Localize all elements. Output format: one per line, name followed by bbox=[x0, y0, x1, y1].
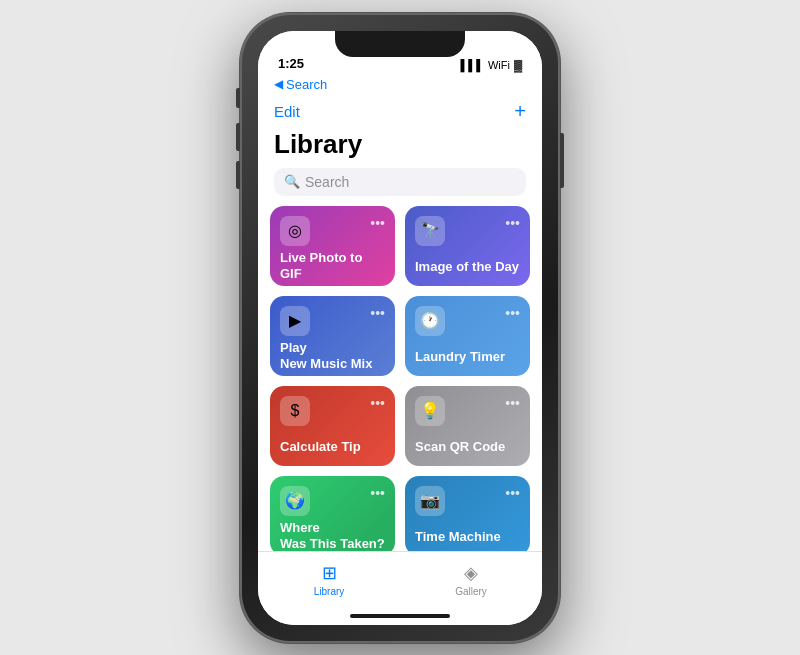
card-top-time-machine: 📷 ••• bbox=[415, 486, 520, 516]
card-icon-live-photo: ◎ bbox=[280, 216, 310, 246]
phone-screen: 1:25 ▌▌▌ WiFi ▓ ◀ Search Edit + Library bbox=[258, 31, 542, 625]
back-arrow-icon: ◀ bbox=[274, 77, 283, 91]
battery-icon: ▓ bbox=[514, 59, 522, 71]
card-label-calculate-tip: Calculate Tip bbox=[280, 439, 385, 456]
shortcut-card-scan-qr[interactable]: 💡 ••• Scan QR Code bbox=[405, 386, 530, 466]
tab-gallery[interactable]: ◈ Gallery bbox=[400, 562, 542, 597]
card-icon-image-of-day: 🔭 bbox=[415, 216, 445, 246]
power-button bbox=[560, 133, 564, 188]
shortcut-card-live-photo[interactable]: ◎ ••• Live Photo to GIF bbox=[270, 206, 395, 286]
back-label: Search bbox=[286, 77, 327, 92]
card-label-image-of-day: Image of the Day bbox=[415, 259, 520, 276]
edit-button[interactable]: Edit bbox=[274, 103, 300, 120]
shortcuts-grid: ◎ ••• Live Photo to GIF 🔭 ••• Image of t… bbox=[258, 206, 542, 551]
card-icon-where-taken: 🌍 bbox=[280, 486, 310, 516]
card-more-calculate-tip[interactable]: ••• bbox=[370, 396, 385, 410]
tab-label-library: Library bbox=[314, 586, 345, 597]
status-icons: ▌▌▌ WiFi ▓ bbox=[461, 59, 522, 71]
silent-switch bbox=[236, 88, 240, 108]
card-label-time-machine: Time Machine bbox=[415, 529, 520, 546]
card-icon-scan-qr: 💡 bbox=[415, 396, 445, 426]
search-bar[interactable]: 🔍 Search bbox=[274, 168, 526, 196]
shortcut-card-laundry-timer[interactable]: 🕐 ••• Laundry Timer bbox=[405, 296, 530, 376]
back-navigation[interactable]: ◀ Search bbox=[258, 75, 542, 96]
card-more-play-music[interactable]: ••• bbox=[370, 306, 385, 320]
status-time: 1:25 bbox=[278, 56, 304, 71]
card-more-scan-qr[interactable]: ••• bbox=[505, 396, 520, 410]
card-label-where-taken: WhereWas This Taken? bbox=[280, 520, 385, 551]
notch bbox=[335, 31, 465, 57]
card-icon-play-music: ▶ bbox=[280, 306, 310, 336]
card-top-calculate-tip: $ ••• bbox=[280, 396, 385, 426]
card-label-live-photo: Live Photo to GIF bbox=[280, 250, 385, 284]
shortcut-card-time-machine[interactable]: 📷 ••• Time Machine bbox=[405, 476, 530, 551]
shortcut-card-play-music[interactable]: ▶ ••• PlayNew Music Mix bbox=[270, 296, 395, 376]
card-icon-time-machine: 📷 bbox=[415, 486, 445, 516]
card-more-time-machine[interactable]: ••• bbox=[505, 486, 520, 500]
card-more-where-taken[interactable]: ••• bbox=[370, 486, 385, 500]
card-icon-calculate-tip: $ bbox=[280, 396, 310, 426]
search-placeholder: Search bbox=[305, 174, 349, 190]
card-top-where-taken: 🌍 ••• bbox=[280, 486, 385, 516]
app-content: ◀ Search Edit + Library 🔍 Search ◎ ••• L… bbox=[258, 75, 542, 551]
home-indicator bbox=[258, 607, 542, 625]
card-top-image-of-day: 🔭 ••• bbox=[415, 216, 520, 246]
card-label-play-music: PlayNew Music Mix bbox=[280, 340, 385, 374]
card-top-live-photo: ◎ ••• bbox=[280, 216, 385, 246]
card-top-scan-qr: 💡 ••• bbox=[415, 396, 520, 426]
page-title: Library bbox=[258, 129, 542, 168]
home-bar bbox=[350, 614, 450, 618]
shortcut-card-calculate-tip[interactable]: $ ••• Calculate Tip bbox=[270, 386, 395, 466]
tab-library[interactable]: ⊞ Library bbox=[258, 562, 400, 597]
tab-icon-library: ⊞ bbox=[322, 562, 337, 584]
app-header: Edit + bbox=[258, 96, 542, 129]
tab-icon-gallery: ◈ bbox=[464, 562, 478, 584]
volume-up-button bbox=[236, 123, 240, 151]
shortcut-card-where-taken[interactable]: 🌍 ••• WhereWas This Taken? bbox=[270, 476, 395, 551]
card-label-laundry-timer: Laundry Timer bbox=[415, 349, 520, 366]
phone-frame: 1:25 ▌▌▌ WiFi ▓ ◀ Search Edit + Library bbox=[240, 13, 560, 643]
add-button[interactable]: + bbox=[514, 100, 526, 123]
shortcut-card-image-of-day[interactable]: 🔭 ••• Image of the Day bbox=[405, 206, 530, 286]
card-top-play-music: ▶ ••• bbox=[280, 306, 385, 336]
tab-bar: ⊞ Library ◈ Gallery bbox=[258, 551, 542, 607]
card-top-laundry-timer: 🕐 ••• bbox=[415, 306, 520, 336]
card-label-scan-qr: Scan QR Code bbox=[415, 439, 520, 456]
card-more-laundry-timer[interactable]: ••• bbox=[505, 306, 520, 320]
volume-down-button bbox=[236, 161, 240, 189]
card-icon-laundry-timer: 🕐 bbox=[415, 306, 445, 336]
card-more-image-of-day[interactable]: ••• bbox=[505, 216, 520, 230]
tab-label-gallery: Gallery bbox=[455, 586, 487, 597]
wifi-icon: WiFi bbox=[488, 59, 510, 71]
search-icon: 🔍 bbox=[284, 174, 300, 189]
card-more-live-photo[interactable]: ••• bbox=[370, 216, 385, 230]
signal-icon: ▌▌▌ bbox=[461, 59, 484, 71]
